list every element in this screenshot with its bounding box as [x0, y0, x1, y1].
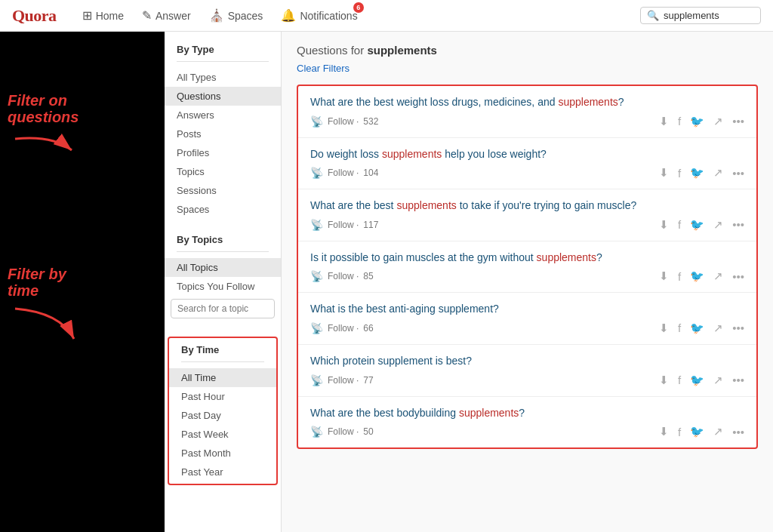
- share-icon-4[interactable]: ↗: [713, 269, 723, 283]
- facebook-icon-2[interactable]: f: [678, 167, 681, 180]
- sidebar-item-answers[interactable]: Answers: [165, 106, 281, 125]
- result-meta-left-5: 📡 Follow · 66: [310, 322, 374, 334]
- twitter-icon-5[interactable]: 🐦: [690, 321, 704, 335]
- sidebar-item-past-day[interactable]: Past Day: [169, 406, 276, 425]
- result-meta-5: 📡 Follow · 66 ⬇ f 🐦 ↗ •••: [310, 321, 744, 335]
- result-meta-7: 📡 Follow · 50 ⬇ f 🐦 ↗ •••: [310, 425, 744, 438]
- result-actions-7: ⬇ f 🐦 ↗ •••: [659, 425, 744, 438]
- table-row: What are the best weight loss drugs, med…: [298, 86, 756, 138]
- share-icon-1[interactable]: ↗: [713, 115, 723, 128]
- twitter-icon-4[interactable]: 🐦: [690, 269, 704, 283]
- follow-icon-3: 📡: [310, 219, 323, 231]
- table-row: What are the best bodybuilding supplemen…: [298, 397, 756, 448]
- more-icon-4[interactable]: •••: [732, 270, 744, 283]
- result-meta-3: 📡 Follow · 117 ⬇ f 🐦 ↗ •••: [310, 218, 744, 232]
- result-question-2[interactable]: Do weight loss supplements help you lose…: [310, 147, 744, 162]
- sidebar-item-posts[interactable]: Posts: [165, 125, 281, 143]
- twitter-icon-7[interactable]: 🐦: [690, 425, 704, 438]
- share-icon-3[interactable]: ↗: [713, 218, 723, 232]
- downvote-icon-7[interactable]: ⬇: [659, 425, 669, 438]
- search-input[interactable]: [664, 10, 754, 21]
- downvote-icon-4[interactable]: ⬇: [659, 269, 669, 283]
- notification-badge: 6: [353, 2, 364, 13]
- result-question-3[interactable]: What are the best supplements to take if…: [310, 198, 744, 214]
- search-box[interactable]: 🔍: [640, 7, 761, 24]
- share-icon-5[interactable]: ↗: [713, 321, 723, 335]
- follow-icon-5: 📡: [310, 322, 323, 334]
- result-actions-1: ⬇ f 🐦 ↗ •••: [659, 115, 744, 128]
- nav-spaces[interactable]: ⛪ Spaces: [202, 5, 271, 26]
- sidebar-item-all-types[interactable]: All Types: [165, 68, 281, 87]
- result-question-4[interactable]: Is it possible to gain muscles at the gy…: [310, 251, 744, 266]
- downvote-icon-3[interactable]: ⬇: [659, 218, 669, 232]
- search-icon: 🔍: [647, 10, 659, 21]
- facebook-icon-3[interactable]: f: [678, 218, 681, 231]
- result-meta-4: 📡 Follow · 85 ⬇ f 🐦 ↗ •••: [310, 269, 744, 283]
- by-type-title: By Type: [165, 44, 281, 61]
- twitter-icon-2[interactable]: 🐦: [690, 166, 704, 180]
- divider-time: [181, 361, 264, 362]
- result-meta-left-7: 📡 Follow · 50: [310, 426, 374, 438]
- result-actions-2: ⬇ f 🐦 ↗ •••: [659, 166, 744, 180]
- nav-answer[interactable]: ✎ Answer: [134, 5, 199, 26]
- nav-notifications-label: Notifications: [300, 10, 357, 22]
- sidebar-item-profiles[interactable]: Profiles: [165, 143, 281, 162]
- result-question-6[interactable]: Which protein supplement is best?: [310, 354, 744, 369]
- arrow-questions-svg: [8, 131, 75, 169]
- time-filter-box: By Time All Time Past Hour Past Day Past…: [168, 337, 278, 485]
- share-icon-7[interactable]: ↗: [713, 425, 723, 438]
- follow-icon-4: 📡: [310, 270, 323, 282]
- by-time-title: By Time: [169, 338, 276, 361]
- more-icon-7[interactable]: •••: [732, 426, 744, 438]
- more-icon-6[interactable]: •••: [732, 374, 744, 386]
- follow-icon-1: 📡: [310, 115, 323, 128]
- downvote-icon-2[interactable]: ⬇: [659, 166, 669, 180]
- result-question-7[interactable]: What are the best bodybuilding supplemen…: [310, 406, 744, 421]
- table-row: Which protein supplement is best? 📡 Foll…: [298, 345, 756, 397]
- arrow-time-svg: [8, 305, 75, 350]
- more-icon-3[interactable]: •••: [732, 218, 744, 231]
- sidebar-item-topics-follow[interactable]: Topics You Follow: [165, 277, 281, 296]
- share-icon-6[interactable]: ↗: [713, 374, 723, 387]
- result-meta-1: 📡 Follow · 532 ⬇ f 🐦 ↗ •••: [310, 115, 744, 128]
- facebook-icon-6[interactable]: f: [678, 374, 681, 386]
- more-icon-2[interactable]: •••: [732, 167, 744, 180]
- annotation-filter-time: Filter bytime: [8, 266, 75, 352]
- bell-icon: 🔔: [281, 8, 296, 23]
- sidebar-item-past-year[interactable]: Past Year: [169, 463, 276, 484]
- downvote-icon-1[interactable]: ⬇: [659, 115, 669, 128]
- result-meta-2: 📡 Follow · 104 ⬇ f 🐦 ↗ •••: [310, 166, 744, 180]
- sidebar-item-past-month[interactable]: Past Month: [169, 444, 276, 463]
- twitter-icon-6[interactable]: 🐦: [690, 374, 704, 387]
- facebook-icon-5[interactable]: f: [678, 321, 681, 334]
- clear-filters-link[interactable]: Clear Filters: [297, 63, 758, 74]
- table-row: What are the best supplements to take if…: [298, 189, 756, 241]
- sidebar-item-questions[interactable]: Questions: [165, 87, 281, 106]
- nav-home[interactable]: ⊞ Home: [75, 5, 131, 26]
- result-question-1[interactable]: What are the best weight loss drugs, med…: [310, 95, 744, 110]
- result-question-5[interactable]: What is the best anti-aging supplement?: [310, 302, 744, 317]
- downvote-icon-6[interactable]: ⬇: [659, 374, 669, 387]
- more-icon-5[interactable]: •••: [732, 321, 744, 334]
- facebook-icon-1[interactable]: f: [678, 115, 681, 128]
- nav-notifications[interactable]: 🔔 Notifications 6: [273, 5, 365, 26]
- sidebar-item-topics[interactable]: Topics: [165, 162, 281, 181]
- table-row: What is the best anti-aging supplement? …: [298, 293, 756, 345]
- facebook-icon-4[interactable]: f: [678, 270, 681, 283]
- nav: ⊞ Home ✎ Answer ⛪ Spaces 🔔 Notifications…: [75, 5, 365, 26]
- twitter-icon-3[interactable]: 🐦: [690, 218, 704, 232]
- more-icon-1[interactable]: •••: [732, 115, 744, 128]
- sidebar-item-past-hour[interactable]: Past Hour: [169, 387, 276, 406]
- downvote-icon-5[interactable]: ⬇: [659, 321, 669, 335]
- sidebar-item-sessions[interactable]: Sessions: [165, 181, 281, 200]
- result-actions-5: ⬇ f 🐦 ↗ •••: [659, 321, 744, 335]
- sidebar-item-all-topics[interactable]: All Topics: [165, 258, 281, 277]
- sidebar-item-all-time[interactable]: All Time: [169, 368, 276, 387]
- topic-search-input[interactable]: [171, 299, 275, 318]
- spaces-icon: ⛪: [209, 8, 224, 23]
- facebook-icon-7[interactable]: f: [678, 426, 681, 438]
- twitter-icon-1[interactable]: 🐦: [690, 115, 704, 128]
- sidebar-item-spaces[interactable]: Spaces: [165, 200, 281, 219]
- sidebar-item-past-week[interactable]: Past Week: [169, 425, 276, 444]
- share-icon-2[interactable]: ↗: [713, 166, 723, 180]
